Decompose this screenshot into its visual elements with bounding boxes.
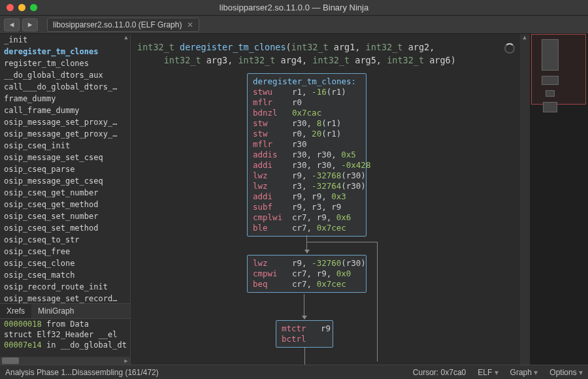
function-list-item[interactable]: _init: [0, 34, 130, 46]
function-list-item[interactable]: register_tm_clones: [0, 58, 130, 69]
window-title: libosipparser2.so.11.0.0 — Binary Ninja: [0, 3, 588, 12]
function-list-item[interactable]: osip_message_set_cseq: [0, 152, 130, 163]
basic-block-entry[interactable]: deregister_tm_clones: stwur1, -16(r1) mf…: [247, 73, 367, 237]
function-list-item[interactable]: deregister_tm_clones: [0, 46, 130, 58]
function-list-item[interactable]: osip_cseq_get_number: [0, 187, 130, 199]
main-area: ▲ _initderegister_tm_clonesregister_tm_c…: [0, 34, 588, 365]
graph-view[interactable]: ▲ int32_t deregister_tm_clones(int32_t a…: [131, 34, 529, 365]
minimap-block: [546, 90, 555, 97]
loading-spinner-icon: [504, 43, 515, 54]
function-list-item[interactable]: osip_message_set_proxy_…: [0, 116, 130, 128]
function-list-item[interactable]: frame_dummy: [0, 93, 130, 105]
graph-vscrollbar[interactable]: ▲: [520, 34, 529, 365]
left-subtabs: Xrefs MiniGraph: [0, 303, 130, 319]
status-view-dropdown[interactable]: Graph: [510, 368, 538, 377]
xrefs-panel[interactable]: 00000018 from Data struct Elf32_Header _…: [0, 319, 130, 365]
basic-block-3[interactable]: mtctrr9 bctrl: [276, 320, 333, 348]
graph-edge: [306, 242, 377, 242]
file-tab[interactable]: libosipparser2.so.11.0.0 (ELF Graph) ✕: [47, 18, 199, 32]
status-progress: Analysis Phase 1...Disassembling (161/47…: [5, 368, 159, 377]
titlebar: libosipparser2.so.11.0.0 — Binary Ninja: [0, 0, 588, 16]
function-list-item[interactable]: osip_cseq_set_number: [0, 210, 130, 222]
status-cursor: Cursor: 0x7ca0: [413, 368, 466, 377]
status-bar: Analysis Phase 1...Disassembling (161/47…: [0, 365, 588, 379]
basic-block-2[interactable]: lwzr9, -32760(r30) cmpwicr7, r9, 0x0 beq…: [247, 255, 367, 293]
status-filetype-dropdown[interactable]: ELF: [478, 368, 498, 377]
scroll-up-arrow-icon[interactable]: ▲: [520, 34, 529, 41]
graph-edge: [306, 235, 307, 250]
scroll-right-arrow-icon[interactable]: ▶: [122, 357, 130, 364]
function-list-item[interactable]: osip_message_get_proxy_…: [0, 128, 130, 140]
file-tab-label: libosipparser2.so.11.0.0 (ELF Graph): [53, 20, 182, 29]
minimap-block: [543, 102, 557, 112]
function-signature: int32_t deregister_tm_clones(int32_t arg…: [137, 41, 456, 67]
function-list-item[interactable]: osip_cseq_to_str: [0, 234, 130, 246]
scroll-up-arrow-icon[interactable]: ▲: [122, 34, 130, 42]
graph-edge: [377, 242, 378, 361]
function-list-item[interactable]: osip_message_get_cseq: [0, 175, 130, 187]
status-options-dropdown[interactable]: Options: [549, 368, 583, 377]
arrowhead-icon: [304, 250, 310, 254]
tab-minigraph[interactable]: MiniGraph: [31, 304, 80, 318]
tab-xrefs[interactable]: Xrefs: [0, 304, 31, 318]
function-list-item[interactable]: osip_cseq_match: [0, 269, 130, 281]
function-list-item[interactable]: osip_cseq_get_method: [0, 199, 130, 210]
xref-line[interactable]: struct Elf32_Header __el: [0, 329, 130, 340]
nav-back-button[interactable]: ◀: [4, 18, 20, 31]
function-list-item[interactable]: osip_record_route_init: [0, 281, 130, 293]
scrollbar-thumb[interactable]: [2, 357, 19, 364]
function-list-item[interactable]: osip_cseq_parse: [0, 163, 130, 175]
function-list-item[interactable]: call___do_global_dtors_…: [0, 81, 130, 93]
minimap-viewport[interactable]: [531, 34, 586, 105]
minimap[interactable]: [529, 34, 588, 365]
minimap-block: [542, 76, 559, 85]
function-list[interactable]: ▲ _initderegister_tm_clonesregister_tm_c…: [0, 34, 130, 303]
function-list-item[interactable]: __do_global_dtors_aux: [0, 69, 130, 81]
left-panel: ▲ _initderegister_tm_clonesregister_tm_c…: [0, 34, 131, 365]
xref-hscrollbar[interactable]: ◀ ▶: [0, 357, 130, 365]
function-list-item[interactable]: call_frame_dummy: [0, 105, 130, 116]
close-tab-icon[interactable]: ✕: [187, 20, 193, 29]
graph-edge: [304, 294, 304, 316]
function-list-item[interactable]: osip_cseq_clone: [0, 257, 130, 269]
function-list-item[interactable]: osip_cseq_set_method: [0, 222, 130, 234]
xref-line[interactable]: 00007e14 in __do_global_dt: [0, 340, 130, 350]
arrowhead-icon: [302, 316, 307, 320]
graph-edge: [304, 348, 305, 365]
function-list-item[interactable]: osip_cseq_free: [0, 246, 130, 257]
function-list-item[interactable]: osip_message_set_record…: [0, 293, 130, 303]
xref-line[interactable]: 00000018 from Data: [0, 319, 130, 329]
function-list-item[interactable]: osip_cseq_init: [0, 140, 130, 152]
nav-forward-button[interactable]: ▶: [22, 18, 38, 31]
toolbar: ◀ ▶ libosipparser2.so.11.0.0 (ELF Graph)…: [0, 16, 588, 34]
minimap-block: [542, 39, 559, 71]
